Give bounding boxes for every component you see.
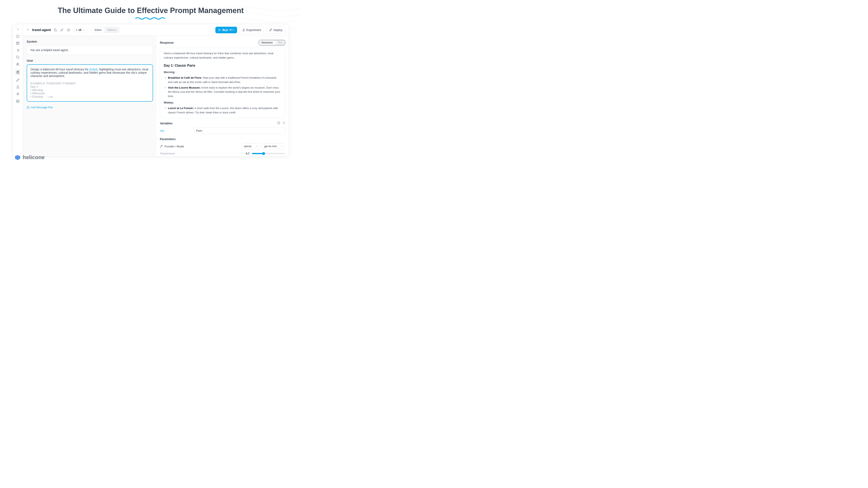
expand-icon[interactable] bbox=[16, 27, 20, 31]
table-icon[interactable] bbox=[16, 41, 20, 45]
user-label: User bbox=[27, 59, 153, 62]
tab-metrics[interactable]: Metrics bbox=[104, 27, 119, 33]
toggle-text[interactable]: Text bbox=[275, 40, 285, 45]
add-message-pair[interactable]: Add Message Pair bbox=[27, 106, 153, 109]
day-title: Day 1: Classic Paris bbox=[164, 63, 281, 68]
prompt-name: travel-agent bbox=[32, 28, 51, 32]
sparkle-icon[interactable] bbox=[16, 92, 20, 96]
editor-pane: System You are a helpful travel agent. U… bbox=[23, 36, 156, 156]
system-message[interactable]: You are a helpful travel agent. bbox=[27, 45, 153, 55]
sidebar-rail bbox=[12, 24, 23, 156]
content-area: System You are a helpful travel agent. U… bbox=[23, 36, 289, 156]
model-select[interactable]: gpt-4o-mini bbox=[262, 143, 285, 150]
version-selector[interactable]: v5 bbox=[74, 27, 87, 32]
page-title: The Ultimate Guide to Effective Prompt M… bbox=[0, 0, 302, 17]
database-icon[interactable] bbox=[16, 99, 20, 103]
copy-icon[interactable] bbox=[53, 28, 58, 32]
brand-name: helicone bbox=[23, 154, 44, 161]
svg-point-7 bbox=[278, 122, 280, 123]
view-toggle: Markdown Text bbox=[259, 40, 285, 45]
temperature-row: Temperature 0.7 bbox=[160, 152, 285, 155]
rocket-icon bbox=[269, 29, 272, 31]
shuffle-icon[interactable] bbox=[282, 122, 285, 125]
example-line: • Morning: bbox=[30, 88, 149, 92]
topbar: travel-agent v5 Editor Metrics Run ⌘ ↵ E… bbox=[12, 24, 289, 36]
variable-input[interactable]: Paris bbox=[193, 127, 285, 134]
example-line: • Evening: →| tab bbox=[30, 95, 149, 98]
response-content: Here's a balanced 48-hour travel itinera… bbox=[160, 48, 285, 118]
tab-hint: →| tab bbox=[46, 96, 53, 98]
helicone-icon bbox=[14, 154, 21, 161]
rocket-icon bbox=[160, 145, 163, 148]
run-button[interactable]: Run ⌘ ↵ bbox=[215, 27, 237, 33]
temperature-value: 0.7 bbox=[246, 152, 249, 155]
pencil-icon[interactable] bbox=[16, 78, 20, 82]
svg-point-3 bbox=[17, 100, 19, 101]
list-item: Visit the Louvre Museum: Arrive early to… bbox=[168, 86, 281, 99]
deploy-label: Deploy bbox=[273, 28, 282, 32]
tab-editor[interactable]: Editor bbox=[92, 27, 104, 33]
edit-icon[interactable] bbox=[60, 28, 64, 32]
tab-group: Editor Metrics bbox=[92, 27, 119, 33]
provider-select[interactable]: openai bbox=[242, 143, 260, 150]
users-icon[interactable] bbox=[16, 62, 20, 66]
squiggle-underline bbox=[135, 17, 166, 20]
time-label: Midday: bbox=[164, 101, 281, 105]
user-text-pre: Design a balanced 48-hour travel itinera… bbox=[30, 68, 89, 71]
version-label: v5 bbox=[79, 28, 82, 31]
example-line: • Afternoon: bbox=[30, 92, 149, 95]
chevron-down-icon bbox=[83, 29, 85, 31]
response-label: Response bbox=[160, 41, 174, 44]
list-item: Breakfast at Café de Flore: Start your d… bbox=[168, 76, 281, 85]
example-format: EXAMPLE ITINERARY FORMAT: Day 1: • Morni… bbox=[30, 82, 149, 98]
chevron-down-icon bbox=[255, 145, 257, 148]
app-window: travel-agent v5 Editor Metrics Run ⌘ ↵ E… bbox=[12, 24, 289, 157]
experiment-button[interactable]: Experiment bbox=[239, 27, 264, 34]
variable-name: city bbox=[160, 129, 191, 132]
temperature-label: Temperature bbox=[160, 152, 243, 155]
example-heading: EXAMPLE ITINERARY FORMAT: bbox=[30, 82, 149, 85]
add-icon[interactable] bbox=[66, 28, 71, 32]
chevron-down-icon bbox=[281, 145, 283, 148]
system-label: System bbox=[27, 40, 153, 43]
svg-rect-4 bbox=[55, 30, 57, 31]
response-pane: Response Markdown Text Here's a balanced… bbox=[156, 36, 289, 156]
plus-square-icon bbox=[27, 106, 30, 109]
svg-point-1 bbox=[17, 63, 18, 64]
response-intro: Here's a balanced 48-hour travel itinera… bbox=[164, 51, 281, 60]
variable-row: city Paris bbox=[160, 127, 285, 134]
run-label: Run bbox=[222, 28, 228, 32]
example-line: Day 1: bbox=[30, 85, 149, 88]
clipboard-icon[interactable] bbox=[15, 69, 21, 75]
time-label: Morning: bbox=[164, 70, 281, 74]
parameters-label: Parameters bbox=[160, 137, 285, 141]
database-icon[interactable] bbox=[277, 122, 280, 125]
temperature-slider[interactable] bbox=[252, 153, 285, 154]
provider-row: Provider / Model openai gpt-4o-mini bbox=[160, 143, 285, 150]
variables-label: Variables bbox=[160, 122, 173, 125]
user-message[interactable]: Design a balanced 48-hour travel itinera… bbox=[27, 64, 153, 102]
toggle-markdown[interactable]: Markdown bbox=[259, 40, 275, 45]
home-icon[interactable] bbox=[16, 34, 20, 38]
list-icon[interactable] bbox=[16, 48, 20, 52]
version-dot bbox=[76, 29, 77, 31]
play-icon bbox=[218, 29, 221, 31]
variable-token[interactable]: {{city}} bbox=[89, 68, 97, 71]
flask-icon[interactable] bbox=[16, 85, 20, 89]
run-shortcut: ⌘ ↵ bbox=[229, 29, 234, 31]
flask-icon bbox=[242, 29, 245, 31]
svg-rect-0 bbox=[17, 42, 19, 44]
deploy-button[interactable]: Deploy bbox=[266, 27, 285, 34]
back-button[interactable] bbox=[26, 27, 30, 33]
tag-icon[interactable] bbox=[16, 55, 20, 59]
list-item: Lunch at Le Fumoir: A short walk from th… bbox=[168, 106, 281, 115]
add-pair-label: Add Message Pair bbox=[31, 106, 53, 109]
provider-label: Provider / Model bbox=[160, 145, 240, 148]
experiment-label: Experiment bbox=[246, 28, 261, 32]
brand-logo: helicone bbox=[14, 154, 44, 161]
